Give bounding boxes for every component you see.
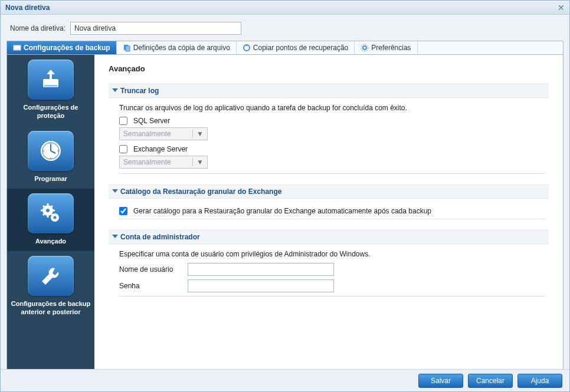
sql-frequency-value: Semanalmente — [123, 130, 171, 138]
sidebar-item-schedule[interactable]: Programar — [7, 126, 94, 189]
password-label: Senha — [119, 282, 183, 290]
protection-icon — [28, 60, 74, 100]
wrench-icon — [28, 256, 74, 296]
section-title: Catálogo da Restauração granular do Exch… — [120, 187, 281, 196]
exchange-server-checkbox[interactable] — [119, 145, 127, 153]
tab-label: Copiar pontos de recuperação — [253, 44, 348, 52]
sidebar-item-label: Avançado — [35, 237, 66, 245]
svg-line-28 — [51, 206, 53, 207]
tab-bar: Configurações de backup Definições da có… — [6, 41, 564, 54]
username-label: Nome de usuário — [119, 265, 183, 274]
tab-copy-recovery[interactable]: Copiar pontos de recuperação — [237, 41, 355, 54]
sidebar: Configurações de proteção Programar Avan… — [7, 55, 94, 371]
sidebar-item-protection[interactable]: Configurações de proteção — [7, 55, 94, 126]
section-title: Conta de administrador — [120, 233, 200, 241]
divider — [119, 296, 545, 297]
svg-point-20 — [54, 216, 57, 219]
sidebar-item-label: Configurações de backup anterior e poste… — [9, 299, 92, 317]
exchange-frequency-select: Semanalmente ▼ — [119, 156, 208, 169]
page-title: Avançado — [109, 64, 549, 73]
sql-server-checkbox[interactable] — [119, 117, 127, 125]
svg-rect-8 — [44, 85, 57, 87]
gear-icon — [361, 44, 369, 52]
tab-label: Definições da cópia de arquivo — [133, 44, 230, 52]
section-catalog-body: Gerar catálogo para a Restauração granul… — [109, 199, 549, 230]
chevron-down-icon — [112, 189, 118, 193]
name-row: Nome da diretiva: — [1, 15, 569, 41]
dialog-window: Nova diretiva ✕ Nome da diretiva: Config… — [0, 0, 570, 392]
window-title: Nova diretiva — [5, 4, 50, 12]
content-frame: Configurações de proteção Programar Avan… — [6, 54, 564, 371]
sidebar-item-label: Programar — [34, 174, 67, 183]
password-input[interactable] — [188, 279, 334, 292]
section-catalog-head[interactable]: Catálogo da Restauração granular do Exch… — [109, 185, 549, 199]
titlebar: Nova diretiva ✕ — [1, 1, 569, 15]
main-panel: Avançado Truncar log Truncar os arquivos… — [94, 55, 563, 371]
admin-desc: Especificar uma conta de usuário com pri… — [119, 250, 545, 258]
section-truncate-head[interactable]: Truncar log — [109, 84, 549, 98]
tab-label: Preferências — [371, 44, 411, 52]
generate-catalog-checkbox[interactable] — [119, 207, 127, 215]
tab-backup-settings[interactable]: Configurações de backup — [7, 41, 117, 54]
section-admin-body: Especificar uma conta de usuário com pri… — [109, 244, 549, 307]
disk-icon — [13, 44, 21, 52]
exchange-frequency-value: Semanalmente — [123, 158, 171, 166]
save-button[interactable]: Salvar — [418, 374, 463, 388]
policy-name-label: Nome da diretiva: — [10, 24, 65, 32]
exchange-server-label: Exchange Server — [133, 145, 188, 153]
chevron-down-icon: ▼ — [192, 158, 204, 166]
footer: Salvar Cancelar Ajuda — [1, 369, 569, 391]
svg-line-26 — [51, 214, 53, 215]
truncate-desc: Truncar os arquivos de log do aplicativo… — [119, 104, 545, 112]
policy-name-input[interactable] — [70, 22, 241, 35]
svg-line-27 — [43, 214, 44, 215]
sql-frequency-select: Semanalmente ▼ — [119, 127, 208, 140]
generate-catalog-label: Gerar catálogo para a Restauração granul… — [133, 207, 431, 215]
section-admin-head[interactable]: Conta de administrador — [109, 230, 549, 244]
chevron-down-icon — [112, 88, 118, 92]
help-button[interactable]: Ajuda — [517, 374, 562, 388]
sql-server-label: SQL Server — [133, 117, 170, 125]
chevron-down-icon — [112, 235, 118, 238]
divider — [119, 219, 545, 219]
svg-point-19 — [46, 209, 50, 212]
tab-preferences[interactable]: Preferências — [355, 41, 417, 54]
svg-line-25 — [43, 206, 44, 207]
section-truncate-body: Truncar os arquivos de log do aplicativo… — [109, 98, 549, 185]
clock-icon — [28, 131, 74, 171]
svg-point-5 — [363, 46, 366, 50]
svg-rect-3 — [126, 46, 130, 51]
svg-rect-1 — [15, 49, 19, 50]
recovery-icon — [243, 44, 251, 52]
divider — [119, 173, 545, 174]
username-input[interactable] — [188, 263, 334, 276]
close-icon[interactable]: ✕ — [558, 3, 565, 12]
section-title: Truncar log — [120, 87, 159, 95]
gears-icon — [28, 193, 74, 233]
tab-file-copy[interactable]: Definições da cópia de arquivo — [117, 41, 237, 54]
sidebar-item-label: Configurações de proteção — [9, 103, 92, 120]
tab-label: Configurações de backup — [24, 44, 110, 52]
sidebar-item-advanced[interactable]: Avançado — [7, 189, 94, 251]
chevron-down-icon: ▼ — [192, 130, 204, 138]
svg-point-6 — [361, 44, 368, 51]
cancel-button[interactable]: Cancelar — [468, 374, 513, 388]
sidebar-item-prepost[interactable]: Configurações de backup anterior e poste… — [7, 251, 94, 322]
file-copy-icon — [123, 44, 131, 52]
